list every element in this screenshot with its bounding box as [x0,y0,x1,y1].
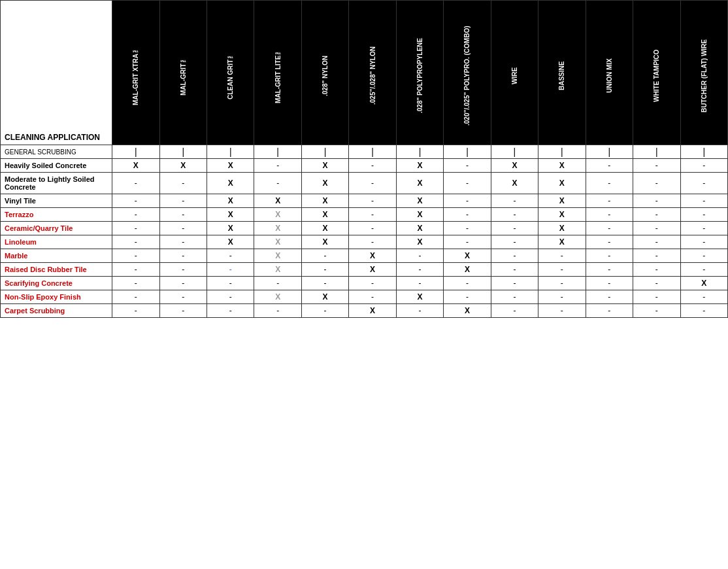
header-col-1: MAL-GRIT™ [159,1,207,145]
cell-4-3: X [254,208,301,222]
cell-1-10: - [586,159,633,173]
cell-8-7: X [444,263,491,277]
cell-1-1: X [159,159,207,173]
cell-10-3: X [254,290,301,304]
cell-2-9: X [538,173,586,194]
cell-5-11: - [633,222,680,235]
cell-7-0: - [112,249,159,263]
cell-5-6: X [396,222,443,235]
cell-6-11: - [633,235,680,249]
cell-9-11: - [633,277,680,290]
cell-9-4: - [301,277,348,290]
cell-7-5: X [349,249,396,263]
cell-7-10: - [586,249,633,263]
cell-9-6: - [396,277,443,290]
cell-10-9: - [538,290,586,304]
cell-0-4: | [301,145,348,159]
cell-6-0: - [112,235,159,249]
cell-4-4: X [301,208,348,222]
cell-8-3: X [254,263,301,277]
row-label-1: Heavily Soiled Concrete [1,159,112,173]
cell-6-10: - [586,235,633,249]
table-row: GENERAL SCRUBBING||||||||||||| [1,145,728,159]
cell-2-7: - [444,173,491,194]
table-row: Moderate to Lightly Soiled Concrete--X-X… [1,173,728,194]
cell-4-1: - [159,208,207,222]
cell-10-4: X [301,290,348,304]
cell-0-1: | [159,145,207,159]
row-label-7: Marble [1,249,112,263]
cell-0-11: | [633,145,680,159]
cell-5-8: - [491,222,538,235]
row-label-10: Non-Slip Epoxy Finish [1,290,112,304]
cell-8-0: - [112,263,159,277]
cell-5-10: - [586,222,633,235]
cell-4-11: - [633,208,680,222]
cell-3-3: X [254,194,301,208]
cell-0-8: | [491,145,538,159]
cell-0-9: | [538,145,586,159]
cell-3-5: - [349,194,396,208]
cell-7-11: - [633,249,680,263]
cell-10-1: - [159,290,207,304]
cell-9-2: - [207,277,254,290]
cell-5-3: X [254,222,301,235]
cell-1-4: X [301,159,348,173]
cell-2-8: X [491,173,538,194]
cell-0-0: | [112,145,159,159]
header-col-11: WHITE TAMPICO [633,1,680,145]
cell-5-1: - [159,222,207,235]
cell-10-6: X [396,290,443,304]
cell-9-8: - [491,277,538,290]
cell-0-12: | [680,145,728,159]
cell-11-6: - [396,304,443,318]
cell-9-12: X [680,277,728,290]
cell-11-3: - [254,304,301,318]
cell-5-12: - [680,222,728,235]
cell-5-9: X [538,222,586,235]
row-label-3: Vinyl Tile [1,194,112,208]
cell-11-0: - [112,304,159,318]
cell-5-0: - [112,222,159,235]
cell-4-12: - [680,208,728,222]
main-table-wrapper: CLEANING APPLICATION MAL-GRIT XTRA™MAL-G… [0,0,728,318]
header-col-0: MAL-GRIT XTRA™ [112,1,159,145]
cell-9-7: - [444,277,491,290]
table-row: Terrazzo--XXX-X--X--- [1,208,728,222]
cell-6-12: - [680,235,728,249]
row-label-0: GENERAL SCRUBBING [1,145,112,159]
cell-0-3: | [254,145,301,159]
cleaning-application-table: CLEANING APPLICATION MAL-GRIT XTRA™MAL-G… [0,0,728,318]
cell-9-9: - [538,277,586,290]
cell-7-3: X [254,249,301,263]
cell-3-9: X [538,194,586,208]
cell-10-10: - [586,290,633,304]
cell-11-1: - [159,304,207,318]
cell-6-3: X [254,235,301,249]
cell-2-4: X [301,173,348,194]
table-row: Linoleum--XXX-X--X--- [1,235,728,249]
cell-0-6: | [396,145,443,159]
cell-9-10: - [586,277,633,290]
cell-2-2: X [207,173,254,194]
cell-6-6: X [396,235,443,249]
cell-11-12: - [680,304,728,318]
header-col-7: .020"/.025" POLYPRO. (COMBO) [444,1,491,145]
cell-9-1: - [159,277,207,290]
row-label-4: Terrazzo [1,208,112,222]
cell-8-4: - [301,263,348,277]
cell-6-8: - [491,235,538,249]
cell-6-7: - [444,235,491,249]
cell-2-3: - [254,173,301,194]
cell-4-10: - [586,208,633,222]
cell-3-1: - [159,194,207,208]
cell-2-10: - [586,173,633,194]
cell-11-4: - [301,304,348,318]
cell-7-12: - [680,249,728,263]
cell-4-2: X [207,208,254,222]
cell-10-8: - [491,290,538,304]
cell-4-8: - [491,208,538,222]
header-col-3: MAL-GRIT LITE™ [254,1,301,145]
cell-2-12: - [680,173,728,194]
table-row: Carpet Scrubbing-----X-X----- [1,304,728,318]
